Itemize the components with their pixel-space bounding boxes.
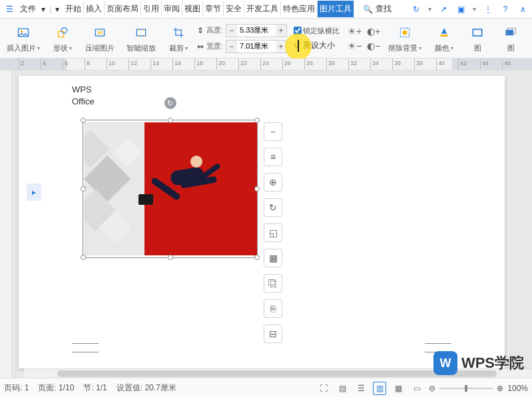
smart-scale-button[interactable]: 智能缩放 bbox=[123, 22, 160, 55]
zoom-in-icon[interactable]: ⊕ bbox=[497, 384, 503, 393]
vertical-ruler[interactable] bbox=[0, 70, 12, 378]
horizontal-ruler[interactable]: 2468101214161820222426283032343638404244… bbox=[0, 59, 532, 70]
menu-icon[interactable]: ☰ bbox=[4, 4, 15, 15]
height-minus[interactable]: − bbox=[226, 25, 237, 37]
shape-button[interactable]: 形状▾ bbox=[48, 22, 77, 55]
tab-layout[interactable]: 页面布局 bbox=[105, 1, 141, 17]
width-plus[interactable]: + bbox=[276, 41, 286, 53]
svg-point-3 bbox=[61, 28, 67, 33]
remove-bg-icon bbox=[394, 23, 415, 42]
sync-icon[interactable]: ↻ bbox=[411, 4, 421, 15]
svg-rect-5 bbox=[136, 29, 145, 36]
shape-icon bbox=[52, 23, 73, 42]
insert-image-icon bbox=[13, 23, 34, 42]
width-label: 宽度: bbox=[206, 41, 223, 51]
file-menu[interactable]: 文件 bbox=[17, 2, 39, 16]
height-spinner[interactable]: − + bbox=[226, 24, 287, 37]
contrast-down-icon[interactable]: ◐− bbox=[367, 41, 380, 51]
selected-image[interactable]: ↻ bbox=[79, 116, 262, 262]
color-button[interactable]: 颜色▾ bbox=[429, 22, 459, 55]
help-icon[interactable]: ? bbox=[500, 4, 511, 15]
picture-effect-button[interactable]: 图 bbox=[496, 22, 525, 55]
tab-security[interactable]: 安全 bbox=[224, 1, 244, 17]
tab-picture-tools[interactable]: 图片工具 bbox=[318, 1, 354, 17]
frame-icon bbox=[467, 23, 488, 42]
contrast-up-icon[interactable]: ◐+ bbox=[367, 26, 380, 37]
tab-start[interactable]: 开始 bbox=[63, 1, 84, 17]
status-section[interactable]: 节: 1/1 bbox=[83, 382, 107, 394]
document-page[interactable]: WPS Office ↻ bbox=[19, 76, 505, 368]
view-outline-icon[interactable]: ☰ bbox=[354, 382, 368, 395]
handle-s[interactable] bbox=[168, 255, 173, 260]
side-align-icon[interactable]: ≡ bbox=[264, 148, 282, 166]
compress-icon bbox=[89, 23, 111, 42]
view-read-icon[interactable]: ▤ bbox=[336, 382, 349, 395]
page-break-left bbox=[72, 343, 99, 352]
svg-point-7 bbox=[403, 31, 407, 35]
search-label[interactable]: 查找 bbox=[376, 3, 392, 15]
side-minus-icon[interactable]: − bbox=[264, 122, 282, 141]
status-setvalue: 设置值: 20.7厘米 bbox=[117, 382, 176, 394]
zoom-out-icon[interactable]: ⊖ bbox=[429, 384, 435, 393]
fullscreen-icon[interactable]: ⛶ bbox=[317, 382, 330, 395]
reset-size-button[interactable]: ↺重设大小 bbox=[294, 40, 340, 51]
ribbon-tabs: 开始 插入 页面布局 引用 审阅 视图 章节 安全 开发工具 特色应用 图片工具 bbox=[63, 1, 354, 17]
remove-bg-button[interactable]: 抠除背景▾ bbox=[384, 22, 425, 55]
tab-view[interactable]: 视图 bbox=[182, 1, 203, 17]
width-minus[interactable]: − bbox=[226, 41, 237, 53]
collapse-ribbon-icon[interactable]: ∧ bbox=[517, 4, 528, 15]
view-page-icon[interactable]: ▥ bbox=[373, 382, 386, 395]
logo-text: WPS学院 bbox=[461, 353, 524, 373]
height-plus[interactable]: + bbox=[276, 25, 286, 37]
side-rotate-icon[interactable]: ↻ bbox=[264, 198, 282, 217]
side-group-icon[interactable]: ▦ bbox=[264, 249, 282, 267]
height-input[interactable] bbox=[237, 25, 276, 37]
tab-devtools[interactable]: 开发工具 bbox=[244, 1, 281, 17]
lock-ratio-checkbox[interactable]: 锁定纵横比 bbox=[294, 26, 340, 36]
handle-se[interactable] bbox=[254, 255, 260, 260]
share-icon[interactable]: ↗ bbox=[438, 4, 449, 15]
crop-button[interactable]: 裁剪▾ bbox=[164, 22, 193, 55]
width-input[interactable] bbox=[237, 41, 276, 53]
side-copy-icon[interactable]: ⎘ bbox=[264, 299, 282, 318]
side-layer-icon[interactable]: ⿻ bbox=[264, 274, 282, 293]
undo-dropdown-icon[interactable]: ▾ bbox=[55, 5, 59, 14]
side-settings-icon[interactable]: ⊟ bbox=[264, 325, 282, 343]
crop-icon bbox=[168, 23, 189, 42]
svg-rect-9 bbox=[473, 29, 482, 36]
tab-special[interactable]: 特色应用 bbox=[281, 1, 318, 17]
zoom-control[interactable]: ⊖ ⊕ 100% bbox=[429, 384, 528, 393]
status-page-no[interactable]: 页码: 1 bbox=[4, 382, 29, 394]
more-icon[interactable]: ⋮ bbox=[483, 4, 493, 15]
brightness-down-icon[interactable]: ☀− bbox=[348, 41, 362, 51]
brightness-up-icon[interactable]: ☀+ bbox=[348, 26, 362, 37]
side-crop-icon[interactable]: ◱ bbox=[264, 223, 282, 242]
height-label: 高度: bbox=[206, 25, 223, 35]
view-print-icon[interactable]: ▭ bbox=[410, 382, 423, 395]
zoom-value[interactable]: 100% bbox=[507, 384, 528, 393]
zoom-slider[interactable] bbox=[439, 388, 493, 389]
panel-collapse-icon[interactable]: ▸ bbox=[27, 184, 41, 201]
color-icon bbox=[433, 23, 455, 42]
reset-icon: ↺ bbox=[294, 41, 300, 50]
side-zoom-icon[interactable]: ⊕ bbox=[264, 173, 282, 192]
picture-frame-button[interactable]: 图 bbox=[463, 22, 492, 55]
tab-chapter[interactable]: 章节 bbox=[203, 1, 224, 17]
logo-glyph: W bbox=[433, 351, 457, 375]
svg-rect-8 bbox=[441, 35, 449, 37]
insert-image-button[interactable]: 插入图片▾ bbox=[3, 22, 44, 55]
rotate-handle[interactable]: ↻ bbox=[164, 97, 176, 109]
width-icon: ⇔ bbox=[197, 42, 204, 51]
handle-sw[interactable] bbox=[81, 255, 86, 260]
tab-reference[interactable]: 引用 bbox=[141, 1, 162, 17]
file-dropdown-icon[interactable]: ▾ bbox=[41, 5, 45, 14]
compress-image-button[interactable]: 压缩图片 bbox=[81, 22, 119, 55]
view-web-icon[interactable]: ▦ bbox=[392, 382, 405, 395]
width-spinner[interactable]: − + bbox=[226, 40, 287, 53]
svg-point-1 bbox=[21, 31, 23, 33]
search-icon[interactable]: 🔍 bbox=[362, 4, 373, 15]
save-icon[interactable]: ▣ bbox=[455, 4, 466, 15]
tab-review[interactable]: 审阅 bbox=[162, 1, 182, 17]
tab-insert[interactable]: 插入 bbox=[84, 1, 105, 17]
status-page-pos[interactable]: 页面: 1/10 bbox=[38, 382, 74, 394]
